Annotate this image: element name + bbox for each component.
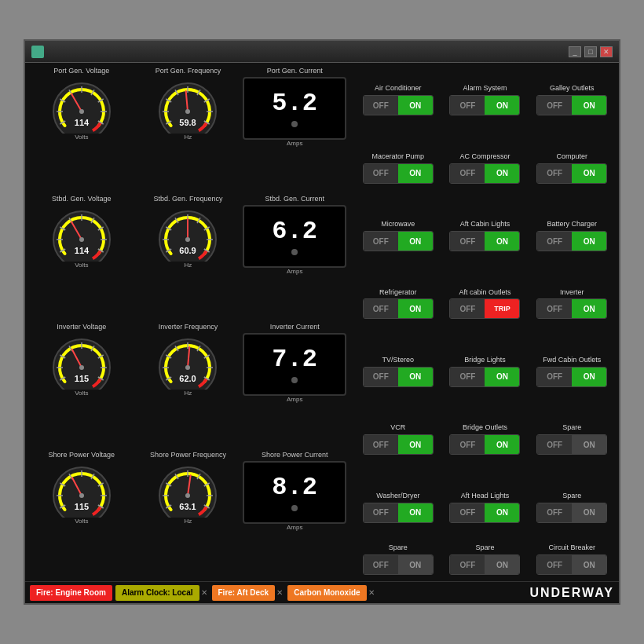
- toggle-off-9[interactable]: OFF: [364, 299, 398, 318]
- toggle-on-6[interactable]: ON: [398, 232, 433, 251]
- toggle-on-2[interactable]: ON: [572, 96, 606, 115]
- toggle-switch-17[interactable]: OFFON: [536, 434, 607, 455]
- close-button[interactable]: ✕: [600, 46, 613, 57]
- toggle-on-9[interactable]: ON: [398, 299, 433, 318]
- control-name-1: Alarm System: [463, 85, 507, 93]
- toggle-off-6[interactable]: OFF: [364, 232, 398, 251]
- main-content: Port Gen. Voltage114VoltsPort Gen. Frequ…: [25, 63, 619, 581]
- underway-status: UNDERWAY: [529, 586, 614, 600]
- toggle-switch-16[interactable]: OFFON: [449, 434, 520, 455]
- toggle-switch-15[interactable]: OFFON: [363, 434, 434, 455]
- minimize-button[interactable]: _: [569, 46, 581, 57]
- toggle-on-1[interactable]: ON: [485, 96, 519, 115]
- badge-group-3: Carbon Monoxide✕: [287, 585, 375, 601]
- toggle-on-5[interactable]: ON: [572, 164, 606, 183]
- toggle-off-22[interactable]: OFF: [450, 555, 485, 574]
- toggle-on-16[interactable]: ON: [485, 435, 519, 454]
- toggle-on-23[interactable]: ON: [572, 555, 606, 574]
- toggle-off-7[interactable]: OFF: [450, 232, 485, 251]
- toggle-switch-10[interactable]: OFFTRIP: [449, 298, 520, 319]
- toggle-on-22[interactable]: ON: [485, 555, 519, 574]
- toggle-on-11[interactable]: ON: [572, 299, 606, 318]
- toggle-switch-14[interactable]: OFFON: [536, 367, 607, 387]
- toggle-on-0[interactable]: ON: [398, 96, 433, 115]
- status-badge-3[interactable]: Carbon Monoxide: [287, 585, 366, 601]
- toggle-switch-3[interactable]: OFFON: [363, 163, 434, 184]
- toggle-off-3[interactable]: OFF: [364, 164, 398, 183]
- toggle-switch-8[interactable]: OFFON: [536, 231, 607, 251]
- toggle-off-21[interactable]: OFF: [364, 555, 398, 574]
- status-badge-1[interactable]: Alarm Clock: Local: [115, 585, 199, 601]
- maximize-button[interactable]: □: [584, 46, 597, 57]
- toggle-off-4[interactable]: OFF: [450, 164, 485, 183]
- gauge-cell-2: Port Gen. Current5.2Amps: [243, 68, 346, 192]
- status-badge-0[interactable]: Fire: Engine Room: [30, 585, 112, 601]
- gauge-svg-4: 60.9: [153, 205, 222, 262]
- toggle-switch-23[interactable]: OFFON: [536, 554, 607, 575]
- gauge-cell-8: Inverter Current7.2Amps: [243, 324, 346, 448]
- toggle-off-23[interactable]: OFF: [537, 555, 572, 574]
- control-cell-1: Alarm SystemOFFON: [443, 68, 528, 133]
- toggle-switch-12[interactable]: OFFON: [363, 367, 434, 387]
- toggle-on-15[interactable]: ON: [398, 435, 433, 454]
- toggle-on-18[interactable]: ON: [398, 503, 433, 522]
- toggle-switch-9[interactable]: OFFON: [363, 298, 434, 319]
- toggle-off-12[interactable]: OFF: [364, 368, 398, 386]
- gauge-cell-5: Stbd. Gen. Current6.2Amps: [243, 196, 346, 320]
- toggle-off-0[interactable]: OFF: [364, 96, 398, 115]
- toggle-off-2[interactable]: OFF: [537, 96, 572, 115]
- toggle-on-7[interactable]: ON: [485, 232, 519, 251]
- toggle-on-17[interactable]: ON: [572, 435, 606, 454]
- toggle-off-5[interactable]: OFF: [537, 164, 572, 183]
- toggle-on-10[interactable]: TRIP: [485, 299, 519, 318]
- svg-text:59.8: 59.8: [180, 118, 196, 127]
- toggle-switch-5[interactable]: OFFON: [536, 163, 607, 184]
- app-icon: [31, 46, 44, 58]
- toggle-switch-2[interactable]: OFFON: [536, 95, 607, 115]
- toggle-off-8[interactable]: OFF: [537, 232, 572, 251]
- toggle-off-16[interactable]: OFF: [450, 435, 485, 454]
- toggle-on-13[interactable]: ON: [485, 368, 519, 386]
- toggle-switch-21[interactable]: OFFON: [363, 554, 434, 575]
- toggle-off-11[interactable]: OFF: [537, 299, 572, 318]
- toggle-switch-20[interactable]: OFFON: [536, 503, 607, 523]
- badge-close-3[interactable]: ✕: [367, 588, 376, 597]
- toggle-on-20[interactable]: ON: [572, 503, 606, 522]
- gauge-label-2: Port Gen. Current: [267, 68, 323, 75]
- toggle-off-1[interactable]: OFF: [450, 96, 485, 115]
- control-cell-14: Fwd Cabin OutletsOFFON: [529, 339, 614, 404]
- toggle-on-8[interactable]: ON: [572, 232, 606, 251]
- toggle-off-13[interactable]: OFF: [450, 368, 485, 386]
- badge-close-1[interactable]: ✕: [199, 588, 209, 597]
- control-name-23: Circuit Breaker: [548, 544, 595, 552]
- toggle-on-3[interactable]: ON: [398, 164, 433, 183]
- toggle-off-14[interactable]: OFF: [537, 368, 572, 386]
- toggle-switch-11[interactable]: OFFON: [536, 298, 607, 319]
- toggle-switch-19[interactable]: OFFON: [449, 503, 520, 523]
- control-cell-0: Air ConditionerOFFON: [356, 68, 441, 133]
- control-cell-11: InverterOFFON: [529, 271, 614, 336]
- toggle-off-15[interactable]: OFF: [364, 435, 398, 454]
- gauge-svg-9: 115: [47, 461, 116, 518]
- toggle-switch-4[interactable]: OFFON: [449, 163, 520, 184]
- toggle-off-18[interactable]: OFF: [364, 503, 398, 522]
- toggle-switch-6[interactable]: OFFON: [363, 231, 434, 251]
- toggle-on-4[interactable]: ON: [485, 164, 519, 183]
- badge-close-2[interactable]: ✕: [275, 588, 284, 597]
- toggle-off-19[interactable]: OFF: [450, 503, 485, 522]
- toggle-off-10[interactable]: OFF: [450, 299, 485, 318]
- toggle-on-14[interactable]: ON: [572, 368, 606, 386]
- toggle-on-12[interactable]: ON: [398, 368, 433, 386]
- toggle-off-17[interactable]: OFF: [537, 435, 572, 454]
- status-badge-2[interactable]: Fire: Aft Deck: [212, 585, 276, 601]
- toggle-on-21[interactable]: ON: [398, 555, 433, 574]
- toggle-on-19[interactable]: ON: [485, 503, 519, 522]
- toggle-off-20[interactable]: OFF: [537, 503, 572, 522]
- toggle-switch-7[interactable]: OFFON: [449, 231, 520, 251]
- gauge-cell-10: Shore Power Frequency63.1Hz: [137, 452, 240, 576]
- toggle-switch-13[interactable]: OFFON: [449, 367, 520, 387]
- toggle-switch-22[interactable]: OFFON: [449, 554, 520, 575]
- toggle-switch-1[interactable]: OFFON: [449, 95, 520, 115]
- toggle-switch-18[interactable]: OFFON: [363, 503, 434, 523]
- toggle-switch-0[interactable]: OFFON: [363, 95, 434, 115]
